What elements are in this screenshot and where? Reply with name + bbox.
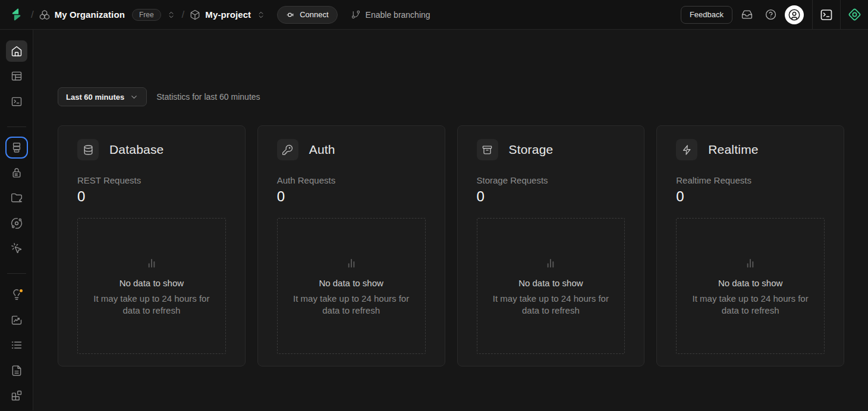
help-button[interactable] <box>761 5 780 24</box>
feedback-button[interactable]: Feedback <box>681 6 732 24</box>
project-switcher-chevrons-icon[interactable] <box>256 10 266 20</box>
terminal-panel-button[interactable] <box>812 0 840 30</box>
sidebar <box>0 30 33 410</box>
sidebar-item-integrations[interactable] <box>6 385 27 406</box>
bar-chart-icon <box>144 255 159 271</box>
sidebar-item-advisors[interactable] <box>6 284 27 305</box>
git-branch-icon <box>351 10 361 20</box>
organization-boxes-icon <box>39 10 50 20</box>
database-stack-icon <box>11 141 23 153</box>
project-box-icon <box>190 10 200 20</box>
organization-name[interactable]: My Organization <box>55 10 125 20</box>
metric-label: REST Requests <box>77 175 226 185</box>
sidebar-divider <box>7 273 26 274</box>
notifications-inbox-button[interactable] <box>737 5 756 24</box>
blocks-icon <box>11 390 23 401</box>
empty-state-title: No data to show <box>718 278 782 288</box>
empty-state-title: No data to show <box>319 278 383 288</box>
breadcrumb-separator: / <box>26 9 39 21</box>
empty-chart-placeholder: No data to show It may take up to 24 hou… <box>477 218 625 354</box>
terminal-icon <box>11 96 23 108</box>
empty-state-title: No data to show <box>119 278 184 288</box>
bar-chart-icon <box>543 255 558 271</box>
inbox-icon <box>741 9 753 20</box>
card-title: Auth <box>309 143 335 157</box>
empty-chart-placeholder: No data to show It may take up to 24 hou… <box>277 218 426 354</box>
sidebar-item-api-docs[interactable] <box>6 360 27 381</box>
card-title: Database <box>109 143 164 157</box>
usage-card-auth: Auth Auth Requests 0 No data to show It … <box>257 125 445 366</box>
enable-branching-button[interactable]: Enable branching <box>351 10 430 20</box>
card-title: Storage <box>509 143 553 157</box>
empty-state-title: No data to show <box>518 278 583 288</box>
archive-box-icon <box>477 139 498 160</box>
card-title: Realtime <box>708 143 758 157</box>
orbit-icon <box>11 217 23 229</box>
breadcrumb-separator: / <box>177 9 190 21</box>
metric-value: 0 <box>676 188 825 205</box>
usage-card-database: Database REST Requests 0 No data to show… <box>58 125 246 366</box>
org-switcher-chevrons-icon[interactable] <box>166 10 177 20</box>
sidebar-item-sql-editor[interactable] <box>6 91 27 112</box>
project-name[interactable]: My-project <box>205 10 251 20</box>
breadcrumb-project[interactable]: My-project <box>190 10 266 20</box>
usage-card-realtime: Realtime Realtime Requests 0 No data to … <box>656 125 844 366</box>
statistics-header-row: Last 60 minutes Statistics for last 60 m… <box>58 87 844 106</box>
empty-state-subtitle: It may take up to 24 hours for data to r… <box>84 293 219 317</box>
metric-value: 0 <box>277 188 426 205</box>
sidebar-item-realtime[interactable] <box>6 238 27 260</box>
header-actions: Feedback <box>672 5 812 24</box>
chart-icon <box>11 314 23 326</box>
sidebar-item-reports[interactable] <box>6 309 27 331</box>
square-terminal-icon <box>819 8 834 22</box>
sidebar-item-home[interactable] <box>6 40 27 62</box>
table-icon <box>11 70 23 82</box>
plug-icon <box>286 10 295 20</box>
database-cylinder-icon <box>77 139 99 160</box>
bar-chart-icon <box>743 255 758 271</box>
metric-value: 0 <box>477 188 625 205</box>
breadcrumb-organization[interactable]: My Organization Free <box>39 9 177 21</box>
sidebar-item-storage[interactable] <box>6 188 27 209</box>
list-icon <box>11 339 23 351</box>
user-circle-icon <box>788 8 801 21</box>
user-avatar[interactable] <box>785 5 804 24</box>
lock-icon <box>11 167 23 179</box>
time-range-selector[interactable]: Last 60 minutes <box>58 87 147 106</box>
pointer-click-icon <box>11 242 23 254</box>
empty-chart-placeholder: No data to show It may take up to 24 hou… <box>676 218 825 354</box>
header: / My Organization Free / My-project <box>0 0 868 30</box>
empty-state-subtitle: It may take up to 24 hours for data to r… <box>284 293 419 317</box>
empty-state-subtitle: It may take up to 24 hours for data to r… <box>483 293 619 317</box>
empty-state-subtitle: It may take up to 24 hours for data to r… <box>683 293 818 317</box>
metric-value: 0 <box>77 188 226 205</box>
sidebar-divider <box>7 127 26 127</box>
home-icon <box>11 45 23 57</box>
empty-chart-placeholder: No data to show It may take up to 24 hou… <box>77 218 226 354</box>
project-home-content: Last 60 minutes Statistics for last 60 m… <box>33 30 868 410</box>
usage-cards: Database REST Requests 0 No data to show… <box>58 125 844 366</box>
sidebar-item-database[interactable] <box>6 137 27 159</box>
plan-badge: Free <box>132 9 161 21</box>
zap-icon <box>676 139 697 160</box>
metric-label: Realtime Requests <box>676 175 825 185</box>
usage-card-storage: Storage Storage Requests 0 No data to sh… <box>457 125 645 366</box>
sidebar-item-edge-functions[interactable] <box>6 213 27 234</box>
assistant-diamond-icon <box>847 7 862 22</box>
metric-label: Storage Requests <box>477 175 625 185</box>
connect-button[interactable]: Connect <box>277 6 337 24</box>
advisor-notification-dot <box>18 288 24 293</box>
statistics-subtitle: Statistics for last 60 minutes <box>156 92 260 102</box>
ai-assistant-button[interactable] <box>840 0 868 30</box>
sidebar-item-table-editor[interactable] <box>6 66 27 87</box>
file-text-icon <box>11 365 23 377</box>
chevron-down-icon <box>130 93 139 102</box>
key-icon <box>277 139 298 160</box>
sidebar-item-authentication[interactable] <box>6 162 27 184</box>
folder-icon <box>11 192 23 204</box>
bar-chart-icon <box>344 255 359 271</box>
supabase-logo-icon[interactable] <box>10 8 23 21</box>
help-circle-icon <box>765 9 776 20</box>
sidebar-item-logs[interactable] <box>6 334 27 356</box>
metric-label: Auth Requests <box>277 175 426 185</box>
